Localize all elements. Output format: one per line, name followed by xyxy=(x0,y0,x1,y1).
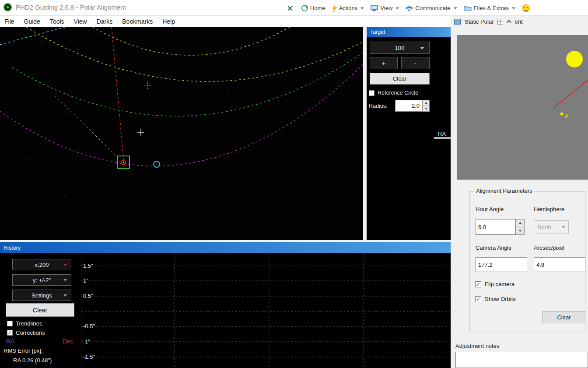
target-caption[interactable]: Target xyxy=(367,27,451,37)
y-axis-tick: -0.5" xyxy=(83,323,95,330)
arcsec-pixel-input[interactable] xyxy=(534,257,585,272)
menu-darks[interactable]: Darks xyxy=(97,18,113,25)
chevron-down-icon xyxy=(420,47,424,50)
spin-down-icon xyxy=(425,108,427,110)
phone-icon xyxy=(406,5,413,11)
actions-menu-button[interactable]: Actions xyxy=(332,5,364,12)
radius-input[interactable] xyxy=(395,100,422,112)
reference-circle-row: Reference Circle xyxy=(369,90,418,96)
star-a-label: A xyxy=(565,113,568,119)
communicate-label: Communicate xyxy=(415,5,450,11)
hour-angle-label: Hour Angle xyxy=(476,206,504,212)
polar-align-preview[interactable]: A xyxy=(457,35,588,180)
menu-file[interactable]: File xyxy=(4,18,14,25)
alignment-clear-label: Clear xyxy=(557,314,570,321)
polar-panel-title-suffix: ent xyxy=(514,18,522,25)
orbit-arc-magenta xyxy=(0,64,363,166)
polar-preview-overlay: A xyxy=(457,35,588,180)
corrections-label: Corrections xyxy=(16,329,45,336)
radius-label: Radius: xyxy=(369,103,387,109)
top-toolbar: × Home Actions View Communicate Files & … xyxy=(285,2,530,14)
spin-down-icon xyxy=(519,230,522,232)
arcsec-pixel-label: Arcsec/pixel xyxy=(534,244,564,251)
hemisphere-label: Hemisphere xyxy=(534,206,564,212)
smiley-status-icon[interactable] xyxy=(522,4,530,12)
home-label: Home xyxy=(310,5,326,11)
chevron-down-icon xyxy=(562,226,565,228)
radius-spinner[interactable] xyxy=(422,100,430,112)
show-orbits-checkbox[interactable]: ✓ xyxy=(475,296,481,302)
reference-circle-checkbox[interactable] xyxy=(369,90,374,96)
flip-camera-row: ✓ Flip camera xyxy=(475,281,514,287)
hemisphere-select[interactable]: North xyxy=(534,220,569,234)
history-y-scale-dropdown[interactable]: y: +/-2" xyxy=(12,274,71,286)
chevron-down-icon xyxy=(63,294,67,297)
orbit-arc-green xyxy=(12,53,363,116)
rms-ra-value: RA 0.26 (0.48") xyxy=(13,357,52,364)
lightning-icon xyxy=(332,5,337,12)
x-scale-label: x:200 xyxy=(35,262,49,268)
history-x-scale-dropdown[interactable]: x:200 xyxy=(12,259,71,270)
target-clear-label: Clear xyxy=(393,75,406,82)
polar-panel-header: Static Polar ent xyxy=(451,16,588,27)
hour-angle-input[interactable] xyxy=(476,219,516,235)
menu-view[interactable]: View xyxy=(74,18,87,25)
folder-icon xyxy=(464,5,472,11)
view-menu-button[interactable]: View xyxy=(371,5,399,11)
y-axis-tick: 1" xyxy=(83,277,88,284)
monitor-icon xyxy=(371,5,378,11)
orbit-arc-yellow-outer xyxy=(26,27,363,81)
hemisphere-value: North xyxy=(537,224,551,230)
target-clear-button[interactable]: Clear xyxy=(370,73,430,85)
guide-camera-view[interactable] xyxy=(0,27,363,240)
target-panel: Target 100 + - Clear Reference Circle Ra… xyxy=(367,27,451,240)
corrections-checkbox[interactable]: ✓ xyxy=(7,330,13,336)
close-icon[interactable]: × xyxy=(285,3,295,14)
home-icon xyxy=(301,5,308,11)
target-zoom-out-button[interactable]: - xyxy=(401,57,430,69)
chevron-down-icon xyxy=(512,7,515,9)
trendlines-checkbox[interactable] xyxy=(7,321,13,326)
camera-angle-input[interactable] xyxy=(476,257,527,272)
flip-camera-checkbox[interactable]: ✓ xyxy=(475,281,481,287)
reference-circle-label: Reference Circle xyxy=(378,90,418,96)
settings-label: Settings xyxy=(32,292,52,299)
show-orbits-row: ✓ Show Orbits xyxy=(475,296,516,302)
menu-bookmarks[interactable]: Bookmarks xyxy=(122,18,153,25)
communicate-menu-button[interactable]: Communicate xyxy=(406,5,457,11)
files-extras-menu-button[interactable]: Files & Extras xyxy=(464,5,515,11)
history-clear-button[interactable]: Clear xyxy=(6,303,74,317)
phd2-app-icon xyxy=(4,3,12,11)
target-title: Target xyxy=(370,29,385,35)
history-settings-dropdown[interactable]: Settings xyxy=(12,290,71,301)
collapse-icon[interactable] xyxy=(507,20,511,25)
red-alignment-line xyxy=(112,27,124,161)
alignment-clear-button[interactable]: Clear xyxy=(542,311,585,323)
ra-slider[interactable] xyxy=(434,137,451,139)
layout-grid-icon[interactable] xyxy=(497,19,503,25)
alignment-parameters-legend: Alignment Parameters xyxy=(474,188,535,194)
history-graph-grid xyxy=(81,253,451,368)
history-caption[interactable]: History xyxy=(0,242,451,253)
target-zoom-value: 100 xyxy=(395,45,405,51)
ra-axis-label: RA xyxy=(438,131,446,137)
cyan-guide-line xyxy=(0,27,65,45)
menu-tools[interactable]: Tools xyxy=(50,18,64,25)
target-zoom-select[interactable]: 100 xyxy=(370,42,430,54)
static-polar-alignment-panel: Static Polar ent A Alignment Parameters … xyxy=(451,16,588,368)
corrections-row: ✓ Corrections xyxy=(7,329,45,336)
flip-camera-label: Flip camera xyxy=(485,281,514,287)
title-left: PHD2 Guiding 2.6.8 - Polar Alignment xyxy=(4,3,126,11)
menu-help[interactable]: Help xyxy=(162,18,175,25)
hour-angle-spinner[interactable] xyxy=(516,219,525,235)
target-star-circle xyxy=(154,161,160,167)
window-title: PHD2 Guiding 2.6.8 - Polar Alignment xyxy=(16,4,126,11)
target-zoom-in-button[interactable]: + xyxy=(370,57,398,69)
chevron-down-icon xyxy=(63,264,67,266)
red-adjustment-line xyxy=(554,80,588,108)
adjustment-notes-input[interactable] xyxy=(455,352,588,368)
camera-angle-label: Camera Angle xyxy=(476,244,511,251)
menu-guide[interactable]: Guide xyxy=(24,18,40,25)
home-button[interactable]: Home xyxy=(301,5,326,11)
chevron-down-icon xyxy=(454,7,457,9)
